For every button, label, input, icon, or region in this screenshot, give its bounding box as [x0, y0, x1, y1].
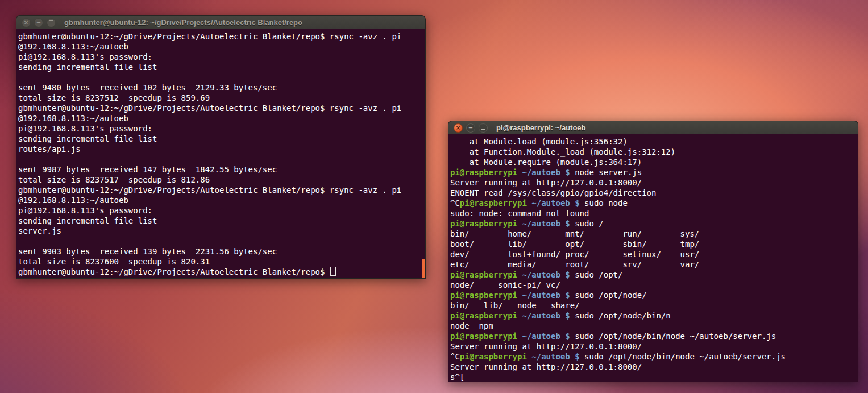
- minimize-icon[interactable]: −: [34, 18, 43, 27]
- maximize-icon[interactable]: [479, 123, 488, 133]
- desktop: { "colors": { "terminal_background": "#3…: [0, 0, 868, 393]
- minimize-icon[interactable]: −: [466, 123, 475, 133]
- titlebar[interactable]: × − gbmhunter@ubuntu-12: ~/gDrive/Projec…: [16, 15, 426, 29]
- window-title: gbmhunter@ubuntu-12: ~/gDrive/Projects/A…: [64, 18, 302, 27]
- close-icon[interactable]: ×: [454, 123, 463, 133]
- maximize-square-glyph: [481, 126, 485, 130]
- maximize-icon[interactable]: [47, 18, 56, 27]
- maximize-square-glyph: [49, 20, 53, 24]
- terminal-output[interactable]: at Module.load (module.js:356:32) at Fun…: [448, 134, 858, 382]
- titlebar[interactable]: × − pi@raspberrypi: ~/autoeb: [448, 121, 858, 134]
- terminal-window-ubuntu[interactable]: × − gbmhunter@ubuntu-12: ~/gDrive/Projec…: [16, 15, 426, 279]
- scrollbar-thumb[interactable]: [422, 259, 425, 278]
- window-title: pi@raspberrypi: ~/autoeb: [496, 123, 586, 132]
- terminal-cursor: [330, 267, 336, 276]
- terminal-window-raspberrypi[interactable]: × − pi@raspberrypi: ~/autoeb at Module.l…: [448, 121, 858, 382]
- terminal-output[interactable]: gbmhunter@ubuntu-12:~/gDrive/Projects/Au…: [16, 29, 426, 279]
- close-icon[interactable]: ×: [22, 18, 31, 27]
